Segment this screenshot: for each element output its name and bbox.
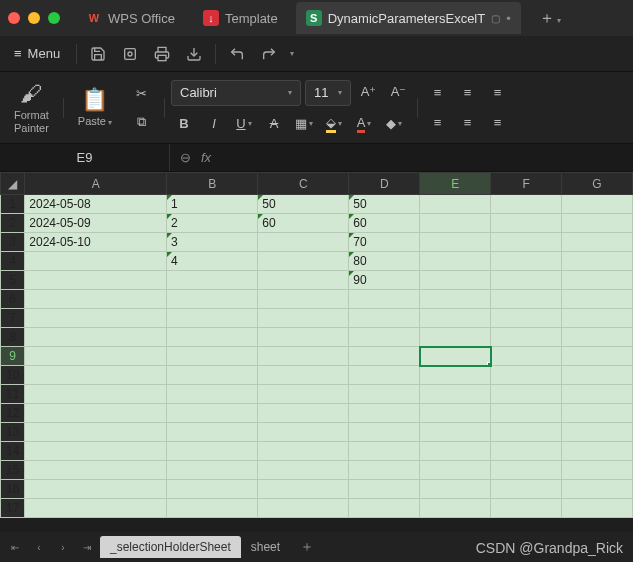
align-bottom-button[interactable]: ≡: [484, 81, 510, 105]
italic-button[interactable]: I: [201, 112, 227, 136]
column-header-G[interactable]: G: [562, 173, 633, 195]
cell-C4[interactable]: [258, 252, 349, 271]
cell-A2[interactable]: 2024-05-09: [25, 214, 167, 233]
cell-F9[interactable]: [491, 347, 562, 366]
cell-G9[interactable]: [562, 347, 633, 366]
cell-D15[interactable]: [349, 461, 420, 480]
cell-F13[interactable]: [491, 423, 562, 442]
font-color-button[interactable]: A▾: [351, 112, 377, 136]
cell-E10[interactable]: [420, 366, 491, 385]
borders-button[interactable]: ▦▾: [291, 112, 317, 136]
cell-G5[interactable]: [562, 271, 633, 290]
cell-B4[interactable]: 4: [167, 252, 258, 271]
cell-D7[interactable]: [349, 309, 420, 328]
cell-G1[interactable]: [562, 195, 633, 214]
cell-C11[interactable]: [258, 385, 349, 404]
cell-G13[interactable]: [562, 423, 633, 442]
row-header-8[interactable]: 8: [1, 328, 25, 347]
export-button[interactable]: [181, 41, 207, 67]
cell-C3[interactable]: [258, 233, 349, 252]
cell-B6[interactable]: [167, 290, 258, 309]
cell-F4[interactable]: [491, 252, 562, 271]
cell-C8[interactable]: [258, 328, 349, 347]
cell-G8[interactable]: [562, 328, 633, 347]
cell-E11[interactable]: [420, 385, 491, 404]
cell-D4[interactable]: 80: [349, 252, 420, 271]
cell-F12[interactable]: [491, 404, 562, 423]
row-header-17[interactable]: 17: [1, 499, 25, 518]
cell-D8[interactable]: [349, 328, 420, 347]
cell-D17[interactable]: [349, 499, 420, 518]
column-header-F[interactable]: F: [491, 173, 562, 195]
cell-F2[interactable]: [491, 214, 562, 233]
cell-F11[interactable]: [491, 385, 562, 404]
cell-A13[interactable]: [25, 423, 167, 442]
fx-icon[interactable]: fx: [201, 150, 211, 165]
cell-C6[interactable]: [258, 290, 349, 309]
align-center-button[interactable]: ≡: [454, 111, 480, 135]
cell-B3[interactable]: 3: [167, 233, 258, 252]
cell-F7[interactable]: [491, 309, 562, 328]
cell-G11[interactable]: [562, 385, 633, 404]
name-box[interactable]: E9: [0, 144, 170, 171]
cell-G4[interactable]: [562, 252, 633, 271]
cell-A5[interactable]: [25, 271, 167, 290]
cell-C7[interactable]: [258, 309, 349, 328]
cell-E9[interactable]: [420, 347, 491, 366]
cell-F8[interactable]: [491, 328, 562, 347]
column-header-B[interactable]: B: [167, 173, 258, 195]
cell-G2[interactable]: [562, 214, 633, 233]
cell-A4[interactable]: [25, 252, 167, 271]
font-size-dropdown[interactable]: 11 ▾: [305, 80, 351, 106]
cell-B16[interactable]: [167, 480, 258, 499]
align-middle-button[interactable]: ≡: [454, 81, 480, 105]
row-header-16[interactable]: 16: [1, 480, 25, 499]
row-header-7[interactable]: 7: [1, 309, 25, 328]
row-header-11[interactable]: 11: [1, 385, 25, 404]
cell-A1[interactable]: 2024-05-08: [25, 195, 167, 214]
cell-F6[interactable]: [491, 290, 562, 309]
bold-button[interactable]: B: [171, 112, 197, 136]
cell-A9[interactable]: [25, 347, 167, 366]
tab-wps-office[interactable]: W WPS Office: [76, 2, 185, 34]
cell-B12[interactable]: [167, 404, 258, 423]
row-header-5[interactable]: 5: [1, 271, 25, 290]
sheet-nav-last-button[interactable]: ⇥: [76, 536, 98, 558]
cell-F16[interactable]: [491, 480, 562, 499]
cell-E15[interactable]: [420, 461, 491, 480]
cell-styles-button[interactable]: ◆▾: [381, 112, 407, 136]
cell-E14[interactable]: [420, 442, 491, 461]
cell-E7[interactable]: [420, 309, 491, 328]
cell-E17[interactable]: [420, 499, 491, 518]
column-header-A[interactable]: A: [25, 173, 167, 195]
cell-C14[interactable]: [258, 442, 349, 461]
cell-G3[interactable]: [562, 233, 633, 252]
decrease-font-button[interactable]: A⁻: [385, 80, 411, 104]
cell-G15[interactable]: [562, 461, 633, 480]
cell-A3[interactable]: 2024-05-10: [25, 233, 167, 252]
strikethrough-button[interactable]: A: [261, 112, 287, 136]
print-button[interactable]: [149, 41, 175, 67]
cell-C16[interactable]: [258, 480, 349, 499]
cell-D5[interactable]: 90: [349, 271, 420, 290]
column-header-C[interactable]: C: [258, 173, 349, 195]
cell-A17[interactable]: [25, 499, 167, 518]
cell-A6[interactable]: [25, 290, 167, 309]
hamburger-menu-button[interactable]: ≡ Menu: [6, 42, 68, 65]
cell-B8[interactable]: [167, 328, 258, 347]
cell-B9[interactable]: [167, 347, 258, 366]
sheet-nav-prev-button[interactable]: ‹: [28, 536, 50, 558]
cell-A7[interactable]: [25, 309, 167, 328]
cell-A10[interactable]: [25, 366, 167, 385]
cell-E4[interactable]: [420, 252, 491, 271]
underline-button[interactable]: U▾: [231, 112, 257, 136]
maximize-window-button[interactable]: [48, 12, 60, 24]
cell-B5[interactable]: [167, 271, 258, 290]
cell-F1[interactable]: [491, 195, 562, 214]
sheet-nav-first-button[interactable]: ⇤: [4, 536, 26, 558]
cell-B10[interactable]: [167, 366, 258, 385]
cell-E12[interactable]: [420, 404, 491, 423]
row-header-13[interactable]: 13: [1, 423, 25, 442]
cell-G10[interactable]: [562, 366, 633, 385]
cell-B1[interactable]: 1: [167, 195, 258, 214]
